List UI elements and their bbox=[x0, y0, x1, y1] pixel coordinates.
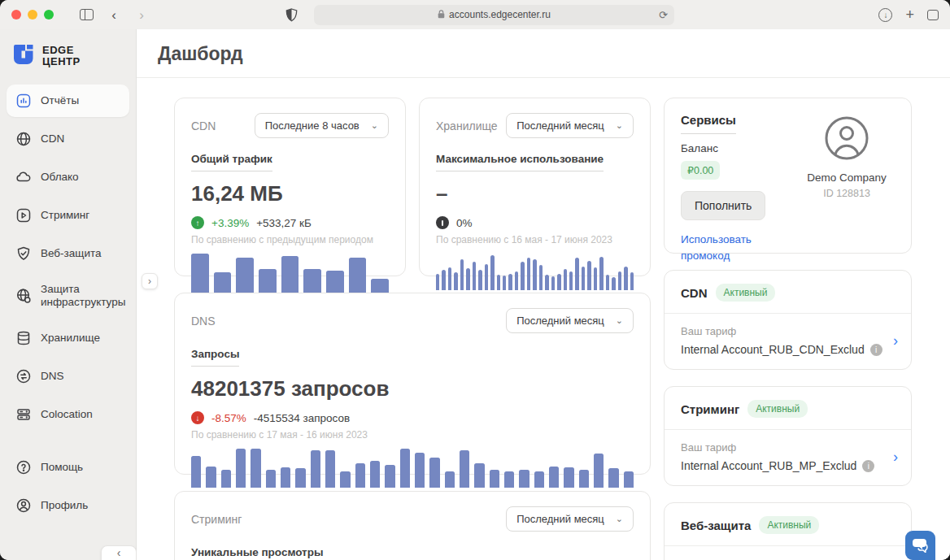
sidebar-item-label: Защита инфраструктуры bbox=[41, 283, 125, 309]
balance-label: Баланс bbox=[681, 142, 799, 154]
chart-bar bbox=[236, 449, 246, 488]
address-bar[interactable]: accounts.edgecenter.ru ⟳ bbox=[314, 5, 674, 25]
chart-bar bbox=[569, 271, 573, 290]
chart-bar bbox=[549, 467, 559, 488]
sidebar-item-web-security[interactable]: Веб-защита bbox=[7, 237, 129, 270]
dns-icon bbox=[15, 367, 33, 385]
chat-widget-button[interactable] bbox=[905, 531, 935, 560]
cdn-bar-chart bbox=[191, 254, 389, 294]
topup-button[interactable]: Пополнить bbox=[681, 191, 765, 220]
chart-bar bbox=[259, 269, 277, 294]
chart-bar bbox=[236, 258, 254, 294]
storage-period-select[interactable]: Последний месяц⌄ bbox=[506, 113, 634, 138]
privacy-shield-icon[interactable] bbox=[281, 5, 301, 24]
chart-bar bbox=[355, 463, 365, 488]
chart-bar bbox=[594, 267, 597, 290]
chat-bubbles-icon bbox=[912, 538, 929, 553]
profile-icon bbox=[15, 497, 33, 514]
server-icon bbox=[15, 406, 33, 423]
status-badge: Активный bbox=[747, 400, 808, 418]
sidebar-item-dns[interactable]: DNS bbox=[7, 360, 129, 393]
promo-code-link[interactable]: Использовать промокод bbox=[681, 232, 770, 265]
status-badge: Активный bbox=[716, 284, 776, 302]
chart-bar bbox=[349, 258, 367, 294]
chart-bar bbox=[618, 271, 621, 290]
sidebar-item-profile[interactable]: Профиль bbox=[7, 489, 129, 522]
back-button[interactable]: ‹ bbox=[104, 5, 124, 24]
chart-bar bbox=[400, 449, 410, 488]
chart-bar bbox=[485, 264, 488, 290]
info-icon[interactable]: i bbox=[870, 344, 882, 356]
delta-absolute: -4515534 запросов bbox=[254, 412, 350, 424]
chart-bar bbox=[460, 259, 464, 290]
chevron-down-icon: ⌄ bbox=[616, 315, 623, 326]
sidebar-item-reports[interactable]: Отчёты bbox=[7, 85, 129, 117]
sidebar-item-label: Стриминг bbox=[41, 209, 89, 222]
compare-caption: По сравнению с 17 мая - 16 июня 2023 bbox=[191, 429, 634, 441]
chart-bar bbox=[606, 275, 609, 290]
chart-bar bbox=[612, 277, 615, 290]
shield-check-icon bbox=[15, 245, 33, 263]
service-name: CDN bbox=[681, 286, 708, 300]
sidebar-item-label: Хранилище bbox=[41, 332, 100, 345]
zoom-window-button[interactable] bbox=[44, 10, 54, 20]
chart-bar bbox=[630, 272, 634, 291]
page-header: Дашборд bbox=[137, 29, 950, 78]
streaming-service-card[interactable]: Стриминг Активный Ваш тариф Internal Acc… bbox=[664, 386, 912, 486]
sidebar-item-infra-security[interactable]: Защита инфраструктуры bbox=[7, 276, 129, 316]
card-label: Стриминг bbox=[191, 513, 242, 526]
chart-bar bbox=[599, 257, 603, 290]
chart-bar bbox=[527, 258, 530, 291]
downloads-icon[interactable]: ↓ bbox=[878, 8, 892, 22]
dns-period-select[interactable]: Последний месяц⌄ bbox=[506, 308, 634, 333]
streaming-period-select[interactable]: Последний месяц⌄ bbox=[506, 506, 634, 532]
sidebar-item-colocation[interactable]: Colocation bbox=[7, 398, 129, 431]
info-icon[interactable]: i bbox=[862, 460, 874, 472]
chevron-right-icon[interactable]: › bbox=[893, 449, 898, 466]
chart-bar bbox=[206, 467, 216, 488]
chart-bar bbox=[385, 465, 394, 488]
tab-overview-icon[interactable] bbox=[927, 10, 939, 20]
company-avatar-icon bbox=[825, 116, 869, 163]
chevron-right-icon[interactable]: › bbox=[893, 332, 898, 349]
delta-percent: +3.39% bbox=[211, 217, 249, 229]
close-window-button[interactable] bbox=[11, 10, 21, 20]
sidebar-toggle-icon[interactable] bbox=[76, 5, 96, 24]
cdn-period-select[interactable]: Последние 8 часов⌄ bbox=[255, 113, 389, 138]
cdn-service-card[interactable]: CDN Активный Ваш тариф Internal Account_… bbox=[664, 270, 912, 370]
sidebar-item-label: Помощь bbox=[41, 461, 83, 474]
sidebar-item-cloud[interactable]: Облако bbox=[7, 161, 129, 193]
services-title: Сервисы bbox=[681, 113, 736, 134]
company-name: Demo Company bbox=[807, 171, 887, 184]
sidebar-item-cdn[interactable]: CDN bbox=[7, 123, 129, 155]
chart-bar bbox=[473, 262, 476, 290]
play-icon bbox=[15, 206, 33, 224]
chevron-down-icon: ⌄ bbox=[616, 514, 623, 524]
reports-icon bbox=[15, 92, 33, 110]
sidebar-collapse-button[interactable]: ‹ bbox=[101, 545, 137, 560]
chart-bar bbox=[579, 470, 589, 488]
minimize-window-button[interactable] bbox=[28, 10, 37, 20]
sidebar-item-streaming[interactable]: Стриминг bbox=[7, 199, 129, 232]
chart-bar bbox=[295, 468, 305, 488]
reload-icon[interactable]: ⟳ bbox=[659, 9, 668, 21]
forward-button[interactable]: › bbox=[132, 5, 151, 24]
sidebar: EDGE ЦЕНТР Отчёты CDN bbox=[0, 29, 137, 560]
chart-bar bbox=[281, 467, 290, 488]
chart-bar bbox=[557, 274, 560, 290]
chart-bar bbox=[551, 276, 555, 290]
help-icon bbox=[15, 458, 33, 476]
sidebar-item-help[interactable]: Помощь bbox=[7, 451, 129, 484]
browser-toolbar: ‹ › accounts.edgecenter.ru ⟳ ↓ + bbox=[0, 0, 950, 29]
chart-bar bbox=[454, 272, 457, 290]
sidebar-expand-handle[interactable]: › bbox=[142, 273, 158, 289]
new-tab-icon[interactable]: + bbox=[905, 7, 914, 24]
metric-value: 48201375 запросов bbox=[191, 376, 634, 402]
chart-bar bbox=[533, 259, 536, 290]
sidebar-item-storage[interactable]: Хранилище bbox=[7, 322, 129, 354]
status-badge: Активный bbox=[759, 516, 819, 534]
sidebar-item-label: Colocation bbox=[41, 408, 93, 421]
chart-bar bbox=[325, 450, 335, 488]
chart-bar bbox=[221, 470, 231, 488]
web-security-service-card[interactable]: Веб-защита Активный Ваш тариф bbox=[664, 502, 912, 560]
